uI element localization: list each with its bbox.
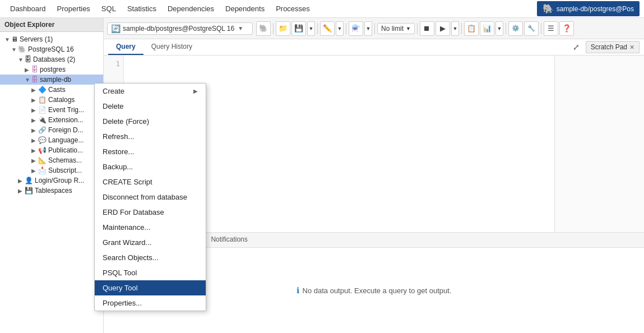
menu-create-label: Create [103,87,124,95]
tree-tablespaces[interactable]: ▶ 💾 Tablespaces [0,186,103,196]
explain-button[interactable]: 📋 [464,21,479,36]
tree-casts[interactable]: ▶ 🔷 Casts [0,85,103,95]
help-button[interactable]: ❓ [559,21,574,36]
tree-postgresql16[interactable]: ▼ 🐘 PostgreSQL 16 [0,44,103,54]
menu-delete-force[interactable]: Delete (Force) [95,114,206,129]
filter-dropdown-button[interactable]: ▼ [364,21,372,36]
macros-button[interactable]: ⚙️ [508,21,523,36]
menu-create-script-label: CREATE Script [103,178,152,186]
open-file-button[interactable]: 📁 [276,21,290,36]
menu-properties[interactable]: Properties... [95,295,206,311]
save-button[interactable]: 💾 [291,21,306,36]
expand-editor-button[interactable]: ⤢ [569,40,583,54]
db-connection-selector[interactable]: 🔄 sample-db/postgres@PostgreSQL 16 ▼ [107,22,253,35]
scratch-pad-tab[interactable]: Scratch Pad ✕ [586,41,640,53]
toolbar-sep-5 [417,23,418,34]
tablespaces-arrow: ▶ [18,188,25,194]
postgres-db-arrow: ▶ [25,67,31,73]
languages-arrow: ▶ [31,137,38,144]
nav-properties[interactable]: Properties [52,1,96,16]
create-submenu-arrow: ▶ [193,88,198,94]
menu-maintenance[interactable]: Maintenance... [95,220,206,235]
extensions-arrow: ▶ [31,117,38,123]
run-button[interactable]: ▶ [435,21,450,36]
tree-schemas[interactable]: ▶ 📐 Schemas... [0,155,103,165]
macros-dropdown[interactable]: 🔧 [524,21,539,36]
menu-create-script[interactable]: CREATE Script [95,174,206,189]
tree-publications[interactable]: ▶ 📢 Publicatio... [0,145,103,155]
menu-grant-wizard[interactable]: Grant Wizard... [95,235,206,250]
publications-icon: 📢 [38,146,47,154]
menu-erd[interactable]: ERD For Database [95,205,206,220]
edit-dropdown-button[interactable]: ▼ [336,21,344,36]
tree-db-sampledb[interactable]: ▼ 🗄 sample-db [0,75,103,85]
tree-subscriptions[interactable]: ▶ 📩 Subscript... [0,165,103,175]
output-empty-message: No data output. Execute a query to get o… [303,286,452,295]
menu-refresh[interactable]: Refresh... [95,129,206,144]
nav-dashboard[interactable]: Dashboard [4,1,52,16]
tree-view: ▼ 🖥 Servers (1) ▼ 🐘 PostgreSQL 16 ▼ 🗄 Da… [0,32,103,333]
tablespaces-label: Tablespaces [35,187,72,195]
edit-button[interactable]: ✏️ [320,21,335,36]
nav-statistics[interactable]: Statistics [122,1,162,16]
menu-restore[interactable]: Restore... [95,144,206,159]
menu-create[interactable]: Create ▶ [95,84,206,99]
menu-query-tool[interactable]: Query Tool [95,280,206,295]
nav-processes[interactable]: Processes [270,1,316,16]
menu-delete[interactable]: Delete [95,99,206,114]
nav-dependencies[interactable]: Dependencies [162,1,220,16]
nav-dependents[interactable]: Dependents [220,1,270,16]
save-dropdown-button[interactable]: ▼ [307,21,315,36]
tree-catalogs[interactable]: ▶ 📋 Catalogs [0,95,103,105]
query-tabs-bar: Query Query History ⤢ Scratch Pad ✕ [104,39,644,55]
menu-backup-label: Backup... [103,163,133,171]
context-menu: Create ▶ Delete Delete (Force) Refresh..… [94,83,206,311]
scratch-pad-close-button[interactable]: ✕ [629,44,634,51]
servers-label: Servers (1) [20,35,53,43]
tab-expand-area: ⤢ Scratch Pad ✕ [569,40,640,54]
menu-psql-tool[interactable]: PSQL Tool [95,265,206,280]
tab-query-history[interactable]: Query History [143,39,200,55]
connect-db-button[interactable]: 🐘 [256,21,271,36]
nav-sql[interactable]: SQL [96,1,122,16]
tree-databases[interactable]: ▼ 🗄 Databases (2) [0,54,103,64]
tree-extensions[interactable]: ▶ 🔌 Extension... [0,115,103,125]
filter-button[interactable]: ⚗️ [349,21,363,36]
tab-query[interactable]: Query [108,39,143,55]
pg16-icon: 🐘 [18,45,26,53]
tree-languages[interactable]: ▶ 💬 Language... [0,135,103,145]
tree-loginroles[interactable]: ▶ 👤 Login/Group R... [0,175,103,186]
scratch-pad-area[interactable] [554,55,644,232]
foreigndata-label: Foreign D... [48,126,84,134]
run-dropdown-button[interactable]: ▼ [451,21,459,36]
toolbar-sep-1 [273,23,274,34]
menu-refresh-label: Refresh... [103,132,134,141]
tree-servers[interactable]: ▼ 🖥 Servers (1) [0,34,103,44]
menu-disconnect[interactable]: Disconnect from database [95,189,206,205]
toolbar-sep-2 [317,23,318,34]
tree-db-postgres[interactable]: ▶ 🗄 postgres [0,64,103,75]
casts-label: Casts [48,86,66,94]
explain-analyze-dropdown[interactable]: ▼ [495,21,503,36]
explain-analyze-button[interactable]: 📊 [480,21,494,36]
tree-foreigndata[interactable]: ▶ 🔗 Foreign D... [0,125,103,135]
toolbar-sep-6 [461,23,462,34]
subscriptions-icon: 📩 [38,166,47,174]
menu-erd-label: ERD For Database [103,208,164,216]
menu-list-button[interactable]: ☰ [544,21,558,36]
menu-backup[interactable]: Backup... [95,159,206,174]
publications-label: Publicatio... [48,146,83,154]
toolbar-sep-3 [346,23,346,34]
info-icon: ℹ [296,286,299,295]
pg16-arrow: ▼ [11,47,18,53]
publications-arrow: ▶ [31,147,38,154]
scratch-pad-label: Scratch Pad [591,43,627,51]
catalogs-label: Catalogs [48,96,75,104]
tree-eventtriggers[interactable]: ▶ 📄 Event Trig... [0,105,103,115]
menu-search-objects[interactable]: Search Objects... [95,250,206,265]
db-selector-chevron: ▼ [238,25,243,31]
sampledb-label: sample-db [40,76,71,84]
limit-selector[interactable]: No limit ▼ [377,23,415,34]
stop-button[interactable]: ⏹ [420,21,434,36]
tab-notifications[interactable]: Notifications [204,233,254,247]
